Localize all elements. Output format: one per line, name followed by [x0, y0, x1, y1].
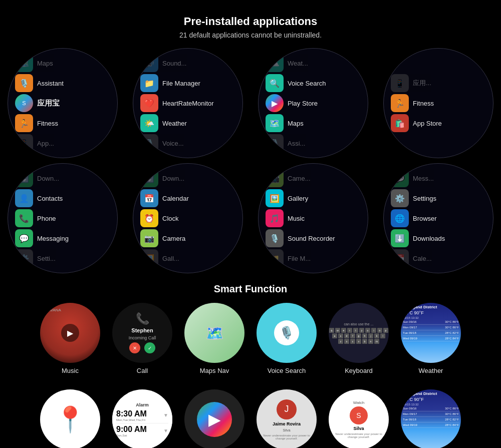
app-icon: 👤 [15, 189, 33, 207]
smart-item-notification: Watch S Silva Never underestimate your p… [326, 389, 391, 448]
app-row: ⬇️Downloads [391, 229, 486, 247]
videocall-avatar: J [277, 399, 297, 419]
app-label: Came... [288, 175, 311, 182]
smart-item-googlemaps: 📍 🗺 Google Maps [38, 389, 103, 448]
app-icon: 🎙️ [266, 134, 284, 152]
app-icon: 🗺️ [266, 114, 284, 132]
app-label: Phone [37, 215, 56, 222]
app-label: Down... [162, 175, 184, 182]
videocall-name: Jaime Rovira [273, 421, 301, 426]
app-row: ⬇️Down... [15, 169, 110, 187]
app-icon: 🎙️ [15, 74, 33, 92]
smart-item-videocall: J Jaime Rovira Silva Never underestimate… [254, 389, 319, 448]
smart-item-label: Call [137, 367, 148, 374]
app-label: 应用宝 [37, 99, 60, 108]
app-label: Camera [162, 235, 185, 242]
smart-circle-googlestore: ▶ [184, 389, 244, 448]
smart-item-label: Keyboard [345, 367, 373, 374]
map-icon: 🗺️ [205, 324, 224, 342]
app-icon: 🖼️ [266, 189, 284, 207]
app-label: Mess... [413, 175, 434, 182]
app-row: 🗺️Maps [266, 114, 361, 132]
app-row: 💬Mess... [391, 169, 486, 187]
app-label: Setti... [37, 255, 56, 262]
voice-mic-button[interactable]: 🎙️ [274, 320, 299, 345]
smart-circle-weather1: Longgand District 32°C 90°F 09/15 13:32 … [401, 303, 461, 363]
mapsnav-image: 🗺️ [184, 303, 244, 363]
app-icon: 🏃 [391, 94, 409, 112]
app-icon: 🌐 [391, 209, 409, 227]
app-label: Play Store [288, 100, 318, 107]
app-icon: 📁 [266, 249, 284, 267]
app-icon: 🛍️ [391, 114, 409, 132]
app-row: 🎙️Sound Recorder [266, 229, 361, 247]
music-play-button[interactable]: ▶ [61, 324, 79, 342]
videocall-status: Silva [283, 428, 290, 432]
app-icon: 🌤️ [140, 114, 158, 132]
smart-circle-call: 📞 Stephen Incoming Call ✕ ✓ [112, 303, 172, 363]
app-icon: ⚙️ [15, 249, 33, 267]
app-label: Cale... [413, 255, 432, 262]
app-icon: 🗺️ [15, 54, 33, 72]
smart-circle-videocall: J Jaime Rovira Silva Never underestimate… [257, 389, 317, 448]
smart-item-weather2: Longgand District 32°C 90°F 09/15 13:32 … [398, 389, 463, 448]
watch-circle-group7: 📷Came...🖼️Gallery🎵Music🎙️Sound Recorder📁… [258, 163, 368, 273]
app-label: Messaging [37, 235, 69, 242]
app-label: Maps [37, 60, 53, 67]
app-label: Contacts [37, 195, 63, 202]
app-row: 🌐Browser [391, 209, 486, 227]
page-title: Pre-installed applications [0, 0, 501, 28]
app-icon: ⏰ [140, 209, 158, 227]
app-label: Assistant [37, 80, 64, 87]
app-label: Voice... [162, 140, 184, 147]
app-row: 📁File M... [266, 249, 361, 267]
app-row: 📷Came... [266, 169, 361, 187]
app-label: File M... [288, 255, 311, 262]
smart-item-label: Weather [419, 367, 443, 374]
app-row: ⚙️Settings [391, 189, 486, 207]
smart-item-alarm: Alarm 8:30 AM Mon,Tue,Wed,Thu,Fri ▼ 9:00… [110, 389, 175, 448]
weather-display: Longgand District 32°C 90°F 09/15 13:32 … [401, 389, 461, 448]
app-icon: ❤️ [140, 94, 158, 112]
smart-item-label: Music [62, 367, 79, 374]
app-label: HeartRateMonitor [162, 100, 214, 107]
app-row: 📷Camera [140, 229, 235, 247]
app-row: 📁File Manager [140, 74, 235, 92]
app-label: 应用... [413, 79, 431, 88]
app-label: Clock [162, 215, 179, 222]
page-subtitle: 21 default applications cannot be uninst… [0, 31, 501, 39]
smart-item-weather1: Longgand District 32°C 90°F 09/15 13:32 … [398, 303, 463, 374]
app-label: Maps [288, 120, 304, 127]
smart-circle-googlemaps: 📍 🗺 [40, 389, 100, 448]
app-label: Music [288, 215, 305, 222]
app-row: ⛅Weat... [266, 54, 361, 72]
app-label: Weat... [288, 60, 308, 67]
accept-call-button[interactable]: ✓ [144, 342, 155, 353]
reject-call-button[interactable]: ✕ [129, 342, 140, 353]
app-label: Down... [37, 175, 59, 182]
app-label: Fitness [37, 120, 58, 127]
app-icon: 📱 [391, 74, 409, 92]
watch-circle-group8: 💬Mess...⚙️Settings🌐Browser⬇️Downloads📅Ca… [383, 163, 493, 273]
smart-item-music: HAVANA ▶ Music [38, 303, 103, 374]
smart-section-title: Smart Function [0, 283, 501, 295]
smart-item-label: Voice Search [268, 367, 306, 374]
app-icon: ⬇️ [391, 229, 409, 247]
app-row: ⚙️Setti... [15, 249, 110, 267]
app-label: Browser [413, 215, 437, 222]
app-label: Sound... [162, 60, 186, 67]
app-row: 🎙️Assistant [15, 74, 110, 92]
smart-item-googlestore: ▶ Google Store [182, 389, 247, 448]
smart-circle-keyboard: can also use the ...qwertyuiopasdfghjklz… [329, 303, 389, 363]
app-icon: ⬇️ [140, 169, 158, 187]
app-row: S应用宝 [15, 94, 110, 112]
app-label: App Store [413, 120, 442, 127]
app-row: 🔍Voice Search [266, 74, 361, 92]
app-label: App... [37, 140, 54, 147]
app-icon: 🏃 [15, 114, 33, 132]
app-row: ❤️HeartRateMonitor [140, 94, 235, 112]
app-row: 💬Messaging [15, 229, 110, 247]
app-row: 🖼️Gall... [140, 249, 235, 267]
app-icon: 📁 [140, 74, 158, 92]
app-icon: 📞 [15, 209, 33, 227]
